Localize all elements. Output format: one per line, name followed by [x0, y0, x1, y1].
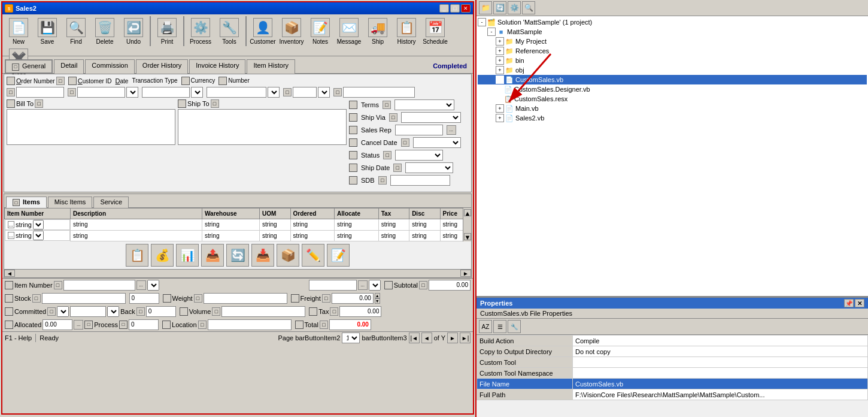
ship-to-textarea[interactable] [178, 109, 347, 145]
toolbar-notes[interactable]: 📝 Notes [306, 17, 334, 46]
prop-close-btn[interactable]: ✕ [855, 299, 864, 307]
scroll-up[interactable]: ▲ [464, 209, 471, 216]
sales2-expander[interactable]: + [496, 114, 504, 122]
row2-select[interactable] [33, 231, 44, 240]
stock-input[interactable] [42, 293, 126, 304]
number-input[interactable] [343, 87, 415, 98]
total-input[interactable] [329, 319, 371, 330]
freight-up[interactable]: ▲ [375, 293, 380, 298]
item-number-bottom-input[interactable] [63, 280, 135, 291]
tab-commission[interactable]: Commission [85, 59, 135, 74]
cancel-date-checkbox[interactable] [349, 138, 357, 147]
status-checkbox[interactable] [349, 151, 357, 159]
tab-item-history[interactable]: Item History [247, 59, 295, 74]
tree-item-customsales[interactable]: - 📄 CustomSales.vb [478, 75, 867, 84]
item-num-select[interactable] [147, 280, 159, 291]
toolbar-undo[interactable]: ↩️ Undo [120, 17, 147, 46]
toolbar-inventory[interactable]: 📦 Inventory [278, 17, 305, 46]
toolbar-find[interactable]: 🔍 Find [62, 17, 90, 46]
toolbar-process[interactable]: ⚙️ Process [187, 17, 214, 46]
tab-order-history[interactable]: Order History [136, 59, 188, 74]
tab-general[interactable]: □ General [5, 59, 53, 74]
date-select[interactable] [191, 87, 203, 98]
sales-rep-checkbox[interactable] [349, 126, 357, 134]
tree-item-references[interactable]: + 📁 References [478, 46, 867, 56]
items-tab-misc[interactable]: Misc Items [48, 197, 93, 208]
prop-row-fullpath[interactable]: Full Path F:\VisionCore Files\Research\M… [477, 389, 868, 400]
sol-btn-4[interactable]: 🔍 [522, 1, 535, 14]
allocated-input[interactable] [43, 319, 72, 330]
currency-checkbox[interactable] [181, 77, 190, 85]
stock-checkbox[interactable] [5, 294, 13, 303]
toolbar-message[interactable]: ✉️ Message [335, 17, 363, 46]
back-input[interactable] [146, 306, 176, 317]
bin-expander[interactable]: + [496, 56, 504, 65]
prop-row-custom-tool-ns[interactable]: Custom Tool Namespace [477, 368, 868, 379]
freight-down[interactable]: ▼ [375, 298, 380, 304]
nav-first[interactable]: |◄ [409, 333, 420, 343]
allocated-checkbox[interactable] [5, 321, 13, 329]
allocated-btn1[interactable]: ... [74, 320, 83, 330]
items-icon-5[interactable]: 🔄 [226, 244, 249, 267]
ship-via-select[interactable] [401, 112, 461, 123]
toolbar-ship[interactable]: 🚚 Ship [364, 17, 391, 46]
tree-item-customsales-resx[interactable]: 📋 CustomSales.resx [478, 94, 867, 104]
items-tab-items[interactable]: □ Items [6, 197, 47, 208]
tax-input[interactable] [339, 306, 381, 317]
ship-to-checkbox[interactable] [178, 99, 186, 108]
process-input[interactable] [129, 319, 159, 330]
items-icon-9[interactable]: 📝 [327, 244, 350, 267]
subtotal-checkbox[interactable] [384, 281, 393, 289]
table-scroll[interactable]: Item Number Description Warehouse UOM Or… [4, 208, 471, 241]
ship-date-checkbox[interactable] [349, 164, 357, 172]
tree-item-solution[interactable]: - 🗂️ Solution 'MattSample' (1 project) [478, 17, 867, 27]
bottom-right-select[interactable] [369, 280, 381, 291]
total-checkbox[interactable] [295, 321, 304, 329]
trans-type-select[interactable] [268, 87, 280, 98]
committed-select2[interactable] [107, 306, 119, 317]
prop-row-custom-tool[interactable]: Custom Tool [477, 357, 868, 368]
status-select[interactable] [395, 150, 443, 161]
freight-checkbox[interactable] [291, 294, 299, 303]
tax-checkbox[interactable] [309, 307, 317, 316]
committed-select[interactable] [57, 306, 69, 317]
volume-input[interactable] [221, 306, 305, 317]
myproject-expander[interactable]: + [496, 37, 504, 46]
bill-to-checkbox[interactable] [7, 99, 15, 108]
sol-btn-3[interactable]: ⚙️ [508, 1, 521, 14]
ship-via-checkbox[interactable] [349, 113, 357, 122]
prop-prop-btn[interactable]: 🔧 [508, 320, 521, 333]
order-number-input[interactable] [16, 87, 64, 98]
references-expander[interactable]: + [496, 47, 504, 55]
sdb-input[interactable] [390, 175, 450, 186]
ship-date-select[interactable] [405, 162, 453, 173]
items-icon-8[interactable]: ✏️ [302, 244, 324, 267]
tree-item-obj[interactable]: + 📁 obj [478, 65, 867, 75]
committed-input[interactable] [70, 306, 106, 317]
row1-expand[interactable]: ... [8, 221, 15, 228]
customer-id-select[interactable] [126, 87, 138, 98]
sol-btn-2[interactable]: 🔄 [493, 1, 506, 14]
location-checkbox[interactable] [162, 321, 171, 329]
obj-expander[interactable]: + [496, 66, 504, 74]
toolbar-schedule[interactable]: 📅 Schedule [421, 17, 449, 46]
table-row[interactable]: ... string string string string string s… [5, 230, 471, 241]
subtotal-input[interactable] [429, 280, 471, 291]
currency-input[interactable] [293, 87, 317, 98]
bottom-right-btn[interactable]: ... [358, 280, 368, 290]
items-icon-6[interactable]: 📥 [251, 244, 274, 267]
item-num-checkbox[interactable] [5, 281, 13, 289]
sol-btn-1[interactable]: 📁 [479, 1, 492, 14]
tree-item-sales2[interactable]: + 📄 Sales2.vb [478, 113, 867, 123]
prop-pin-btn[interactable]: 📌 [844, 299, 854, 307]
volume-checkbox[interactable] [180, 307, 188, 316]
location-input[interactable] [208, 319, 292, 330]
hscroll-right[interactable]: ► [460, 270, 471, 277]
prop-sort-btn[interactable]: AZ [479, 320, 492, 333]
number-checkbox[interactable] [218, 77, 227, 85]
weight-checkbox[interactable] [163, 294, 171, 303]
toolbar-tools[interactable]: 🔧 Tools [216, 17, 243, 46]
items-icon-4[interactable]: 📤 [201, 244, 224, 267]
nav-last[interactable]: ►| [460, 333, 471, 343]
scroll-down[interactable]: ▼ [464, 233, 471, 240]
